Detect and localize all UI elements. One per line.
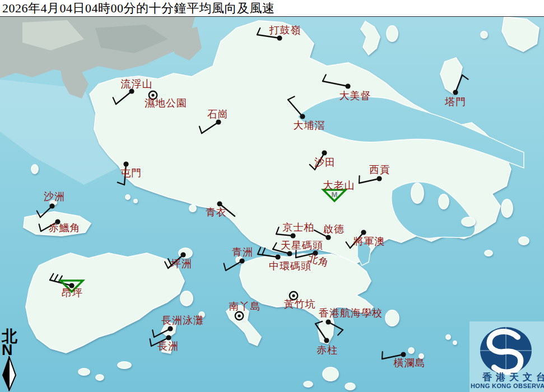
station-label: 西貢: [369, 164, 390, 175]
station-label: 赤柱: [317, 344, 338, 356]
station-label: 大埔滘: [294, 120, 326, 131]
station-label: 將軍澳: [354, 236, 385, 247]
station-dot: [123, 161, 128, 166]
calm-wind-dot-icon: [238, 314, 240, 317]
island-hei-ling-chau: [180, 291, 193, 306]
station-dot: [275, 254, 280, 259]
island-soko-1: [78, 368, 90, 375]
station-dot: [401, 352, 406, 357]
station-dot: [361, 230, 366, 235]
station-dot: [217, 201, 222, 206]
station-dot: [322, 150, 327, 155]
station-dot: [287, 251, 292, 256]
station-dot: [166, 335, 171, 340]
island-kau-sai-chau: [411, 183, 424, 203]
island-town-island: [485, 250, 492, 256]
station-label: 天星碼頭: [281, 240, 323, 251]
station-dot: [326, 235, 331, 240]
station-dot: [376, 176, 382, 181]
island-beaufort: [304, 381, 313, 387]
station-dot: [290, 233, 295, 238]
island-waglan-1: [408, 348, 414, 353]
station-dot: [49, 203, 54, 208]
station-dot: [180, 252, 185, 257]
station-dot: [216, 119, 221, 124]
station-label: 沙洲: [44, 191, 65, 202]
station-label: 長洲泳灘: [161, 315, 204, 326]
island-po-toi: [323, 367, 338, 381]
island-ma-wan: [189, 205, 196, 212]
island-jin-island: [439, 194, 449, 209]
hko-logo-english-name: HONG KONG OBSERVATORY: [471, 382, 544, 389]
station-label: 青衣: [206, 207, 227, 218]
wind-barb-feather: [382, 352, 383, 359]
island-tung-lung-chau: [385, 310, 399, 326]
station-label: 赤鱲角: [49, 222, 81, 234]
island-wong-wan-chau: [387, 26, 398, 41]
wind-map-page: 打鼓嶺流浮山濕地公園石崗大美督塔門大埔滘沙田西貢M大老山屯門沙洲赤鱲角青衣京士柏…: [0, 0, 544, 392]
map-title: 2026年4月04日04時00分的十分鐘平均風向及風速: [0, 0, 275, 17]
station-label: 長洲: [157, 340, 179, 352]
compass-north-letter: N: [2, 342, 13, 358]
station-label: 青洲: [232, 246, 253, 258]
station-label: 大美督: [340, 90, 371, 101]
hko-logo: 香港天文台 HONG KONG OBSERVATORY: [469, 321, 544, 392]
station-dot: [345, 83, 350, 88]
station-label: 橫瀾島: [394, 357, 426, 368]
island-shek-kwu-chau: [118, 362, 131, 368]
station-dot: [453, 90, 458, 95]
calm-wind-dot-icon: [151, 94, 154, 96]
island-ninepin-2: [453, 341, 457, 344]
island-high-island: [501, 199, 513, 217]
station-label: 濕地公園: [145, 97, 187, 109]
island-shelter-island: [462, 217, 475, 226]
station-label: 屯門: [120, 167, 142, 179]
island-small-ne: [481, 31, 487, 38]
station-label: 黃竹坑: [284, 298, 316, 310]
station-label: 坪洲: [170, 258, 192, 269]
island-sung-kong: [345, 383, 355, 390]
station-label: 中環碼頭: [269, 260, 311, 272]
station-label: 京士柏: [283, 222, 315, 233]
wind-barb-feather: [359, 176, 360, 183]
station-label: 石崗: [207, 109, 229, 120]
station-label: 昂坪: [62, 287, 83, 298]
maintenance-m-icon: M: [332, 190, 338, 199]
island-basalt: [519, 237, 529, 245]
hko-logo-chinese-name: 香港天文台: [482, 372, 544, 382]
map-title-bar: 2026年4月04日04時00分的十分鐘平均風向及風速: [0, 0, 544, 17]
station-dot: [300, 114, 305, 119]
station-dot: [277, 35, 282, 40]
island-brothers-2: [134, 199, 137, 203]
station-label: 大老山: [323, 180, 355, 191]
station-label: 沙田: [314, 157, 336, 168]
station-dot: [239, 258, 244, 263]
calm-wind-dot-icon: [292, 294, 295, 297]
station-dot: [326, 319, 331, 324]
station-dot: [168, 326, 173, 331]
station-label: 打鼓嶺: [269, 25, 301, 36]
island-ninepin-1: [446, 335, 450, 339]
hong-kong-wind-map: 打鼓嶺流浮山濕地公園石崗大美督塔門大埔滘沙田西貢M大老山屯門沙洲赤鱲角青衣京士柏…: [0, 0, 544, 392]
station-dot: [324, 338, 329, 343]
station-label: 塔門: [444, 96, 466, 108]
station-label: 流浮山: [121, 78, 153, 90]
station-label: 南丫島: [229, 301, 261, 312]
station-label: 香港航海學校: [319, 307, 383, 319]
island-brothers-1: [125, 195, 130, 199]
station-label: 啟德: [323, 223, 345, 235]
island-soko-2: [96, 375, 104, 380]
island-lung-kwu-chau: [31, 165, 38, 174]
